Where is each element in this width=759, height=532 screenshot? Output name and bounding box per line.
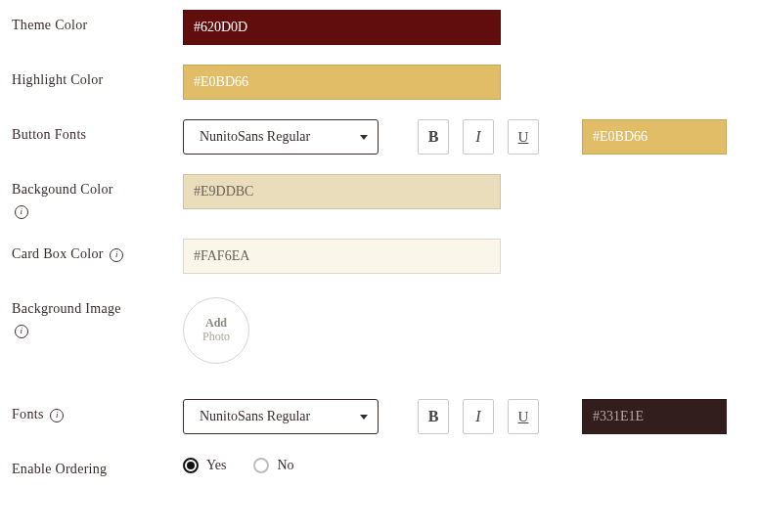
theme-color-value: #620D0D — [194, 20, 247, 35]
add-photo-line2: Photo — [202, 331, 230, 344]
chevron-down-icon — [360, 415, 368, 420]
card-box-color-value: #FAF6EA — [194, 248, 249, 264]
chevron-down-icon — [360, 135, 368, 140]
info-icon[interactable]: i — [50, 409, 64, 422]
add-photo-button[interactable]: Add Photo — [183, 297, 249, 364]
enable-ordering-yes-label: Yes — [206, 458, 226, 473]
body-font-color-swatch[interactable]: #331E1E — [582, 399, 727, 434]
body-font-color-value: #331E1E — [593, 409, 644, 424]
body-font-select[interactable]: NunitoSans Regular — [183, 399, 379, 434]
theme-color-label: Theme Color — [12, 18, 88, 32]
button-fonts-label: Button Fonts — [12, 127, 86, 142]
background-color-swatch[interactable]: #E9DDBC — [183, 174, 501, 209]
body-underline-button[interactable]: U — [508, 399, 539, 434]
button-bold-button[interactable]: B — [418, 119, 449, 155]
radio-icon — [253, 458, 269, 473]
body-font-value: NunitoSans Regular — [200, 409, 310, 424]
info-icon[interactable]: i — [15, 205, 28, 219]
background-image-label: Background Image — [12, 301, 121, 316]
background-color-label: Backgound Color — [12, 182, 113, 197]
enable-ordering-no-radio[interactable]: No — [253, 458, 293, 473]
background-color-value: #E9DDBC — [194, 184, 253, 200]
button-italic-button[interactable]: I — [463, 119, 494, 155]
highlight-color-label: Highlight Color — [12, 72, 104, 87]
body-bold-button[interactable]: B — [418, 399, 449, 434]
highlight-color-value: #E0BD66 — [194, 74, 248, 90]
button-font-value: NunitoSans Regular — [200, 129, 310, 145]
button-font-color-value: #E0BD66 — [593, 129, 647, 145]
fonts-label: Fonts — [12, 407, 44, 421]
radio-icon — [183, 458, 199, 473]
card-box-color-label: Card Box Color — [12, 246, 104, 261]
enable-ordering-label: Enable Ordering — [12, 462, 107, 476]
card-box-color-swatch[interactable]: #FAF6EA — [183, 239, 501, 274]
add-photo-line1: Add — [205, 317, 227, 331]
body-italic-button[interactable]: I — [463, 399, 494, 434]
highlight-color-swatch[interactable]: #E0BD66 — [183, 65, 501, 100]
enable-ordering-yes-radio[interactable]: Yes — [183, 458, 226, 473]
button-font-color-swatch[interactable]: #E0BD66 — [582, 119, 727, 155]
button-underline-button[interactable]: U — [508, 119, 539, 155]
theme-color-swatch[interactable]: #620D0D — [183, 10, 501, 45]
info-icon[interactable]: i — [15, 325, 28, 338]
info-icon[interactable]: i — [110, 248, 123, 262]
enable-ordering-no-label: No — [277, 458, 293, 473]
button-font-select[interactable]: NunitoSans Regular — [183, 119, 379, 155]
